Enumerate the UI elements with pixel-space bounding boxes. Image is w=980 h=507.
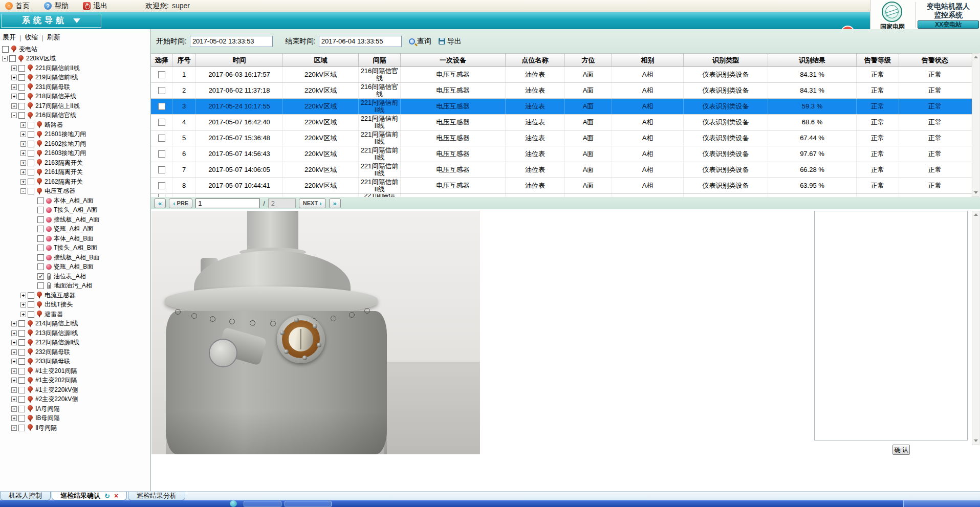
table-row[interactable]: 62017-05-07 14:56:43220kV区域221间隔信前II线电压互…	[151, 146, 972, 162]
table-row[interactable]: 72017-05-07 14:06:05220kV区域221间隔信前II线电压互…	[151, 162, 972, 178]
tree-item[interactable]: + 219间隔信前I线	[0, 73, 150, 83]
expand-icon[interactable]: +	[20, 312, 26, 317]
expand-icon[interactable]: +	[11, 349, 17, 355]
tree-checkbox[interactable]	[18, 358, 25, 365]
expand-icon[interactable]: +	[11, 387, 17, 393]
tree-item[interactable]: 瓷瓶_A相_B面	[0, 262, 150, 272]
tree-item[interactable]: + 212间隔信源Ⅱ线	[0, 338, 150, 348]
table-row[interactable]: 32017-05-24 10:17:55220kV区域221间隔信前II线电压互…	[151, 99, 972, 115]
end-time-input[interactable]	[319, 36, 402, 47]
expand-icon[interactable]: +	[20, 293, 26, 298]
expand-icon[interactable]: +	[11, 75, 17, 80]
tree-item[interactable]: + 233间隔母联	[0, 357, 150, 367]
table-scrollbar[interactable]	[972, 53, 979, 197]
expand-icon[interactable]: +	[11, 396, 17, 402]
expand-icon[interactable]: +	[20, 141, 26, 147]
tree-action-1[interactable]: 收缩	[25, 33, 38, 42]
remark-panel[interactable]	[814, 211, 968, 440]
expand-icon[interactable]: +	[11, 406, 17, 412]
tree-item[interactable]: + 214间隔信上Ⅰ线	[0, 319, 150, 329]
tab-1[interactable]: 巡检结果确认↻ ×	[52, 492, 127, 500]
tree-item[interactable]: + 出线T接头	[0, 300, 150, 310]
tree-item[interactable]: + 21602接地刀闸	[0, 139, 150, 149]
tree-item[interactable]: + 218间隔信茅线	[0, 92, 150, 102]
tree-checkbox[interactable]	[37, 282, 44, 289]
station-button[interactable]: XX变电站	[918, 20, 979, 29]
tree-checkbox[interactable]	[18, 103, 25, 109]
expand-icon[interactable]: +	[20, 169, 26, 175]
tree-checkbox[interactable]	[28, 131, 34, 138]
menu-item-help[interactable]: ? 帮助	[44, 2, 69, 11]
tree-checkbox[interactable]	[18, 65, 25, 72]
tree-checkbox[interactable]	[18, 84, 25, 91]
tree-action-0[interactable]: 展开	[3, 33, 16, 42]
tree-item[interactable]: 变电站	[0, 45, 150, 54]
expand-icon[interactable]: +	[11, 103, 17, 109]
tree-checkbox[interactable]	[37, 245, 44, 251]
tree-item[interactable]: + 21601接地刀闸	[0, 130, 150, 140]
tree-checkbox[interactable]	[28, 188, 34, 194]
expand-icon[interactable]: +	[20, 122, 26, 128]
tree-item[interactable]: + 221间隔信前II线	[0, 63, 150, 73]
taskbar-button[interactable]	[285, 501, 332, 506]
tree-item[interactable]: - 216间隔信官线	[0, 111, 150, 121]
scroll-down-icon[interactable]	[973, 190, 978, 196]
tree-item[interactable]: + 2161隔离开关	[0, 168, 150, 178]
tree-item[interactable]: T接头_A相_A面	[0, 206, 150, 215]
table-row[interactable]: 52017-05-07 15:36:48220kV区域221间隔信前II线电压互…	[151, 130, 972, 146]
row-checkbox[interactable]	[158, 103, 165, 110]
expand-icon[interactable]: +	[20, 160, 26, 166]
tab-0[interactable]: 机器人控制	[0, 492, 51, 500]
expand-icon[interactable]: +	[11, 368, 17, 374]
tree-checkbox[interactable]	[18, 377, 25, 384]
row-checkbox[interactable]	[158, 71, 165, 78]
expand-icon[interactable]: +	[11, 415, 17, 421]
tree-checkbox[interactable]	[18, 415, 25, 422]
expand-icon[interactable]: +	[20, 179, 26, 185]
tree-checkbox[interactable]	[37, 254, 44, 261]
tree-checkbox[interactable]	[18, 349, 25, 356]
collapse-icon[interactable]: -	[20, 188, 26, 194]
row-checkbox[interactable]	[158, 182, 165, 189]
tree-item[interactable]: + Ⅱ母间隔	[0, 423, 150, 433]
tree-item[interactable]: + 电流互感器	[0, 291, 150, 300]
scroll-up-icon[interactable]	[973, 54, 978, 60]
first-page-button[interactable]: «	[154, 199, 166, 208]
table-row[interactable]: 42017-05-07 16:42:40220kV区域221间隔信前II线电压互…	[151, 115, 972, 130]
scroll-up-icon[interactable]	[973, 212, 978, 218]
table-row[interactable]: 82017-05-07 10:44:41220kV区域221间隔信前II线电压互…	[151, 178, 972, 194]
tree-checkbox[interactable]	[28, 292, 34, 299]
tree-checkbox[interactable]	[28, 141, 34, 147]
tree-item[interactable]: + 避雷器	[0, 310, 150, 319]
tree-item[interactable]: + #1主变220kV侧	[0, 385, 150, 395]
tree-checkbox[interactable]	[37, 263, 44, 270]
tree-checkbox[interactable]	[18, 74, 25, 81]
query-button[interactable]: 查询	[409, 37, 431, 46]
expand-icon[interactable]: +	[11, 94, 17, 99]
tree-checkbox[interactable]	[18, 339, 25, 346]
tree-item[interactable]: + 2163隔离开关	[0, 158, 150, 168]
tab-close-icon[interactable]: ×	[114, 492, 118, 500]
tree-item[interactable]: + ⅠB母间隔	[0, 414, 150, 424]
tree-item[interactable]: + 217间隔信上II线	[0, 101, 150, 111]
tree-checkbox[interactable]	[18, 425, 25, 431]
tree-action-2[interactable]: 刷新	[47, 33, 60, 42]
tree-checkbox[interactable]	[18, 330, 25, 337]
tree-checkbox[interactable]	[18, 93, 25, 100]
start-orb-icon[interactable]	[230, 500, 237, 507]
tree-checkbox[interactable]	[18, 320, 25, 327]
tree-item[interactable]: 接线板_A相_A面	[0, 215, 150, 225]
tree-item[interactable]: T接头_A相_B面	[0, 244, 150, 253]
prev-page-button[interactable]: ‹PRE	[169, 199, 192, 208]
expand-icon[interactable]: +	[20, 131, 26, 137]
expand-icon[interactable]: +	[11, 425, 17, 431]
tree-checkbox[interactable]	[28, 311, 34, 318]
table-row[interactable]: 22017-06-02 11:37:18220kV区域216间隔信官线电压互感器…	[151, 83, 972, 99]
expand-icon[interactable]: +	[20, 302, 26, 307]
tree-checkbox[interactable]	[37, 226, 44, 232]
tree-item[interactable]: 本体_A相_A面	[0, 196, 150, 206]
confirm-button[interactable]: 确 认	[892, 445, 910, 455]
page-number-input[interactable]	[195, 199, 260, 208]
next-page-button[interactable]: NEXT›	[299, 199, 326, 208]
tree-checkbox[interactable]	[2, 46, 9, 53]
